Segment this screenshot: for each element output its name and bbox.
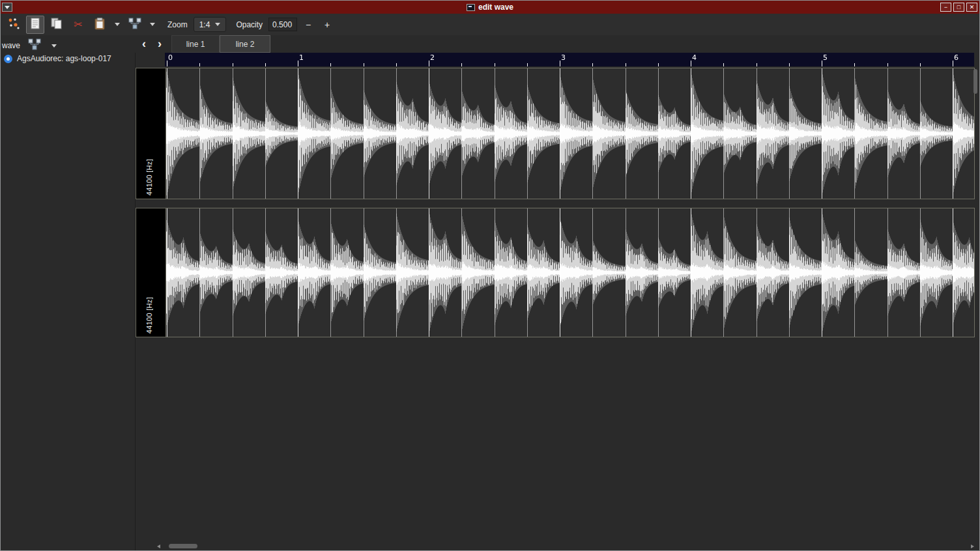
tab-scroll-left-button[interactable]: ‹ (137, 36, 151, 51)
select-tool-icon (29, 17, 41, 32)
time-ruler[interactable] (165, 53, 974, 66)
paste-button[interactable] (91, 16, 109, 34)
chevron-down-icon (150, 23, 155, 26)
window-title-text: edit wave (478, 3, 513, 12)
tool-dropdown-button[interactable] (147, 17, 158, 33)
samplerate-strip: 44100 [Hz] (136, 68, 166, 199)
app-icon (467, 4, 475, 11)
paste-dropdown-button[interactable] (112, 17, 122, 33)
samplerate-strip: 44100 [Hz] (136, 208, 166, 337)
wave-selector-dropdown-button[interactable] (49, 38, 59, 53)
machine-label: AgsAudiorec: ags-loop-017 (17, 54, 111, 63)
select-tool-button[interactable] (26, 16, 44, 34)
position-tool-icon (7, 17, 20, 32)
opacity-decrease-button[interactable]: − (300, 17, 316, 33)
window-title: edit wave (467, 3, 513, 12)
wave-editor-selector: wave (2, 38, 59, 53)
close-button[interactable]: ✕ (966, 3, 977, 12)
edit-wave-window: edit wave − □ ✕ (0, 0, 980, 551)
window-controls: − □ ✕ (940, 3, 977, 12)
opacity-label: Opacity (236, 20, 263, 29)
window-menu-arrow-icon (5, 6, 10, 9)
opacity-increase-button[interactable]: + (319, 17, 335, 33)
tab-scroll-right-button[interactable]: › (152, 36, 167, 51)
opacity-input[interactable] (268, 18, 297, 31)
waveform-canvas-1[interactable] (166, 208, 974, 337)
maximize-button[interactable]: □ (953, 3, 964, 12)
samplerate-label: 44100 [Hz] (145, 159, 153, 195)
wave-channel-1: 44100 [Hz] (136, 208, 975, 337)
minimize-button[interactable]: − (940, 3, 951, 12)
machine-list-item[interactable]: AgsAudiorec: ags-loop-017 (4, 54, 111, 63)
scroll-left-arrow-icon[interactable] (157, 544, 160, 548)
titlebar[interactable]: edit wave − □ ✕ (1, 1, 979, 14)
copy-icon (50, 17, 63, 32)
tool-graph-icon (128, 18, 141, 31)
window-menu-button[interactable] (2, 3, 12, 12)
toolbar: ✂ (1, 14, 979, 35)
copy-button[interactable] (48, 16, 66, 34)
horizontal-scrollbar-thumb[interactable] (169, 544, 197, 548)
chevron-down-icon (115, 23, 120, 26)
waveform-canvas-0[interactable] (166, 68, 974, 199)
position-tool-button[interactable] (5, 16, 23, 34)
machine-graph-icon[interactable] (28, 38, 41, 53)
zoom-value: 1:4 (199, 20, 210, 29)
chevron-down-icon (215, 23, 220, 26)
line-tabs: line 1 line 2 (171, 35, 270, 53)
vertical-scrollbar-thumb[interactable] (973, 69, 977, 94)
horizontal-scrollbar[interactable] (165, 543, 974, 549)
tab-line-1[interactable]: line 1 (171, 35, 220, 53)
cut-button[interactable]: ✂ (69, 16, 87, 34)
tab-line-2[interactable]: line 2 (220, 35, 270, 53)
vertical-scrollbar[interactable] (973, 67, 979, 541)
samplerate-label: 44100 [Hz] (145, 297, 153, 333)
zoom-label: Zoom (167, 20, 188, 29)
zoom-combobox[interactable]: 1:4 (194, 17, 227, 32)
chevron-down-icon (51, 44, 57, 48)
cut-icon: ✂ (74, 20, 82, 30)
wave-channel-0: 44100 [Hz] (136, 68, 975, 199)
tool-popup-button[interactable] (126, 16, 144, 34)
wave-selector-label: wave (2, 41, 20, 50)
paste-icon (93, 17, 106, 32)
machine-radio-button[interactable] (4, 55, 12, 63)
scroll-right-arrow-icon[interactable] (971, 544, 974, 548)
